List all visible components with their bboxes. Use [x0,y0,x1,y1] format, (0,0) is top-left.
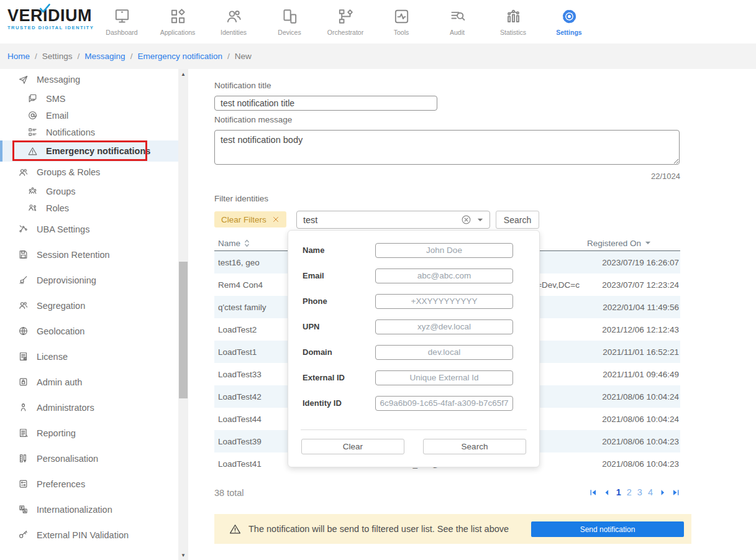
sidebar-item-groups[interactable]: Groups [0,183,178,200]
globe-icon [18,326,29,336]
clear-filters-label: Clear Filters [221,215,266,224]
sidebar-item-geolocation[interactable]: Geolocation [0,318,178,344]
panel-label-name: Name [288,246,375,255]
sidebar-item-segregation[interactable]: Segregation [0,293,178,318]
panel-search-button[interactable]: Search [423,439,526,454]
panel-input-phone[interactable] [375,294,513,309]
sidebar-item-external-pin-validation[interactable]: External PIN Validation [0,522,178,548]
page-last-icon[interactable] [672,489,680,497]
sidebar-item-license[interactable]: License [0,344,178,369]
panel-label-phone: Phone [288,296,375,306]
page-next-icon[interactable] [658,489,667,497]
sidebar-item-notifications[interactable]: Notifications [0,124,178,140]
column-header-registered-on[interactable]: Registered On [581,236,680,250]
panel-input-identity-id[interactable] [375,396,513,411]
ruler-icon [18,453,29,464]
panel-input-external-id[interactable] [375,370,513,385]
sidebar-item-session-retention[interactable]: Session Retention [0,242,178,267]
page-first-icon[interactable] [589,489,597,497]
scroll-up-arrow-icon[interactable]: ▲ [178,69,188,79]
nav-item-audit[interactable]: Audit [429,0,485,44]
panel-label-external-id: External ID [288,373,375,382]
sort-both-icon [244,239,250,247]
sidebar-item-roles[interactable]: Roles [0,200,178,216]
sidebar-item-internationalization[interactable]: Internationalization [0,497,178,522]
cell-registered-on: 2023/07/19 16:26:07 [581,258,680,267]
notification-title-input[interactable] [214,96,437,111]
breadcrumb-home[interactable]: Home [7,52,30,61]
dashboard-icon [113,7,131,25]
identity-search-input[interactable] [297,215,461,225]
sidebar-item-messaging[interactable]: Messaging [0,69,178,90]
page-number-4[interactable]: 4 [648,487,653,497]
sidebar-item-admin-auth[interactable]: Admin auth [0,369,178,395]
page-prev-icon[interactable] [603,489,611,497]
sidebar-item-reporting[interactable]: Reporting [0,420,178,446]
nav-item-dashboard[interactable]: Dashboard [94,0,150,44]
logo-tagline: TRUSTED DIGITAL IDENTITY [7,25,94,30]
nav-item-tools[interactable]: Tools [373,0,429,44]
at-icon [27,110,38,121]
panel-input-domain[interactable] [375,345,513,360]
sidebar-item-administrators[interactable]: Administrators [0,395,178,420]
page-number-3[interactable]: 3 [637,487,642,497]
nav-item-applications[interactable]: Applications [150,0,206,44]
sidebar-item-uba-settings[interactable]: UBA Settings [0,216,178,242]
cell-name: LoadTest42 [214,392,289,402]
panel-field-row: Identity ID [288,390,539,416]
char-counter: 22/1024 [587,172,680,181]
page-number-2[interactable]: 2 [627,487,632,497]
sidebar-item-emergency-notifications[interactable]: Emergency notifications [0,140,178,162]
warning-banner: The notification will be send to filtere… [214,514,691,544]
breadcrumb-messaging[interactable]: Messaging [84,52,125,61]
warning-icon [229,523,241,535]
panel-label-upn: UPN [288,322,375,331]
nav-item-statistics[interactable]: Statistics [485,0,541,44]
person-icon [18,402,29,413]
sidebar-item-deprovisioning[interactable]: Deprovisioning [0,267,178,293]
identity-search-combo[interactable] [296,211,490,229]
logo-checkmark-icon [39,2,51,12]
panel-input-upn[interactable] [375,319,513,334]
panel-label-identity-id: Identity ID [288,398,375,408]
clear-filters-chip[interactable]: Clear Filters [214,211,286,227]
identities-icon [225,7,243,25]
notification-message-textarea[interactable]: test notification body [214,130,680,165]
filter-dropdown-panel: Name Email Phone UPN Domain External ID … [288,230,540,467]
sidebar-scrollbar[interactable]: ▲ ▼ [178,69,188,560]
nav-item-devices[interactable]: Devices [262,0,317,44]
column-header-name[interactable]: Name [214,236,289,250]
panel-label-domain: Domain [288,347,375,357]
cell-name: LoadTest39 [214,437,289,446]
breadcrumb-separator: / [227,52,230,61]
sidebar-item-personalisation[interactable]: Personalisation [0,446,178,471]
page-number-1[interactable]: 1 [616,487,621,497]
chevron-down-icon[interactable] [477,218,483,222]
send-notification-button[interactable]: Send notification [531,521,684,537]
nav-item-orchestrator[interactable]: Orchestrator [317,0,373,44]
panel-clear-button[interactable]: Clear [301,439,404,454]
devices-icon [281,7,299,25]
sidebar-item-preferences[interactable]: Preferences [0,471,178,497]
scroll-down-arrow-icon[interactable]: ▼ [178,550,188,560]
scrollbar-thumb[interactable] [179,262,188,398]
panel-field-row: Domain [288,339,539,365]
cell-name: LoadTest1 [214,347,289,357]
total-count: 38 total [214,488,244,498]
floppy-icon [18,249,29,260]
search-button[interactable]: Search [496,211,539,229]
nav-item-settings[interactable]: Settings [541,0,597,44]
veridium-logo[interactable]: VERIDIUM TRUSTED DIGITAL IDENTITY [7,7,94,30]
breadcrumb: Home/Settings/Messaging/Emergency notifi… [0,44,756,69]
sidebar-item-groups-roles[interactable]: Groups & Roles [0,162,178,183]
breadcrumb-emergency-notification[interactable]: Emergency notification [137,52,222,61]
send-icon [18,75,29,85]
panel-input-name[interactable] [375,243,513,258]
panel-input-email[interactable] [375,269,513,283]
panel-field-row: UPN [288,314,539,339]
clear-search-icon[interactable] [461,214,471,225]
sidebar-item-email[interactable]: Email [0,107,178,124]
nav-item-identities[interactable]: Identities [206,0,262,44]
sidebar-item-sms[interactable]: SMS [0,90,178,107]
close-icon[interactable] [272,216,280,223]
